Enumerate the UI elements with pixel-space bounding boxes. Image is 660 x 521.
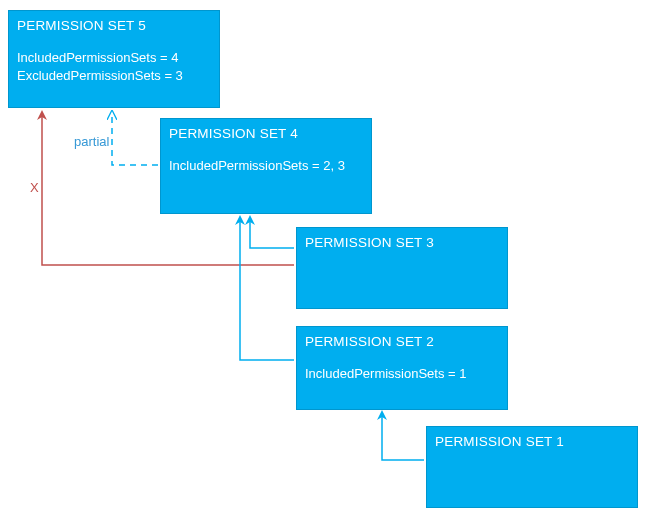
box-line: IncludedPermissionSets = 2, 3 [169,157,363,175]
edge-include-set1-to-set2 [382,412,424,460]
edge-label-exclude: X [30,180,39,195]
box-title: PERMISSION SET 3 [305,234,499,252]
box-permission-set-4: PERMISSION SET 4 IncludedPermissionSets … [160,118,372,214]
diagram-canvas: PERMISSION SET 5 IncludedPermissionSets … [0,0,660,521]
box-body: IncludedPermissionSets = 1 [305,365,499,383]
box-body: IncludedPermissionSets = 4 ExcludedPermi… [17,49,211,84]
edge-include-set2-to-set4 [240,217,294,360]
box-line: IncludedPermissionSets = 4 [17,49,211,67]
box-line: IncludedPermissionSets = 1 [305,365,499,383]
box-title: PERMISSION SET 1 [435,433,629,451]
box-permission-set-2: PERMISSION SET 2 IncludedPermissionSets … [296,326,508,410]
box-title: PERMISSION SET 5 [17,17,211,35]
box-permission-set-1: PERMISSION SET 1 [426,426,638,508]
box-permission-set-5: PERMISSION SET 5 IncludedPermissionSets … [8,10,220,108]
box-permission-set-3: PERMISSION SET 3 [296,227,508,309]
box-title: PERMISSION SET 2 [305,333,499,351]
box-title: PERMISSION SET 4 [169,125,363,143]
edge-label-partial: partial [74,134,109,149]
edge-partial-set4-to-set5 [112,112,158,165]
box-body: IncludedPermissionSets = 2, 3 [169,157,363,175]
edge-include-set3-to-set4 [250,217,294,248]
box-line: ExcludedPermissionSets = 3 [17,67,211,85]
